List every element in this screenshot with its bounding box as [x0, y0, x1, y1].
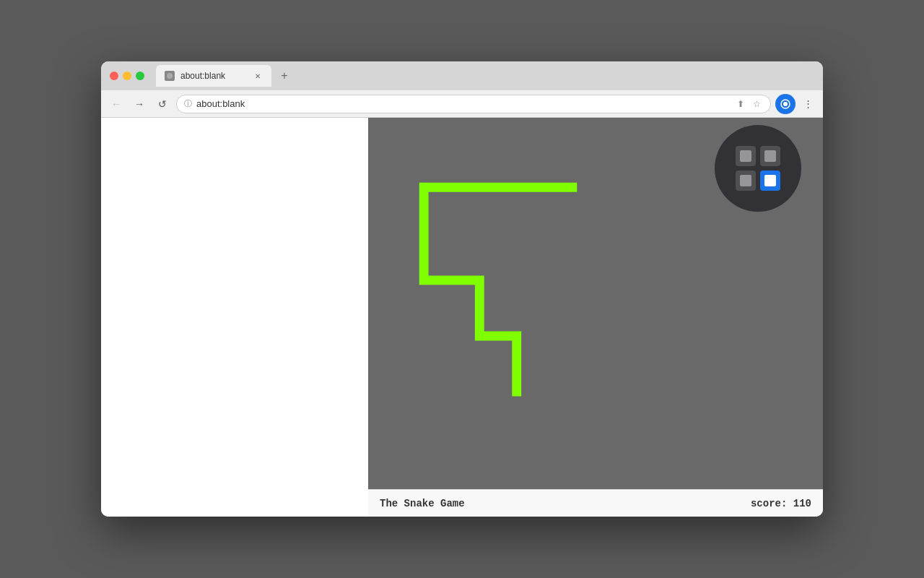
maximize-button[interactable] — [136, 72, 144, 80]
browser-window: about:blank ✕ + ← → ↺ ⓘ about:blank ⬆ ☆ — [101, 61, 823, 517]
close-button[interactable] — [110, 72, 118, 80]
title-bar: about:blank ✕ + — [101, 61, 823, 90]
svg-point-2 — [783, 102, 788, 106]
game-title: The Snake Game — [380, 498, 465, 509]
share-button[interactable]: ⬆ — [734, 98, 747, 111]
address-text: about:blank — [196, 98, 730, 109]
address-actions: ⬆ ☆ — [734, 98, 763, 111]
game-status-bar: The Snake Game score: 110 — [368, 489, 823, 517]
forward-button[interactable]: → — [130, 95, 149, 113]
sidebar — [101, 118, 368, 517]
ext-cell-inner-3 — [740, 175, 751, 186]
new-tab-button[interactable]: + — [274, 66, 295, 86]
ext-cell-inner-2 — [764, 150, 776, 162]
tab-bar: about:blank ✕ + — [156, 65, 814, 87]
minimize-button[interactable] — [123, 72, 131, 80]
nav-bar: ← → ↺ ⓘ about:blank ⬆ ☆ — [101, 90, 823, 118]
active-tab[interactable]: about:blank ✕ — [156, 65, 271, 87]
game-canvas — [368, 118, 823, 489]
extension-popup[interactable] — [715, 125, 801, 212]
tab-title: about:blank — [180, 71, 247, 81]
address-bar[interactable]: ⓘ about:blank ⬆ ☆ — [176, 95, 771, 113]
back-button[interactable]: ← — [107, 95, 126, 113]
reload-button[interactable]: ↺ — [153, 95, 172, 113]
menu-button[interactable]: ⋮ — [798, 95, 817, 113]
ext-cell-inner-1 — [740, 150, 751, 162]
ext-cell-1 — [736, 146, 756, 166]
ext-cell-inner-4 — [764, 175, 776, 186]
svg-point-0 — [167, 73, 173, 79]
tab-favicon — [165, 71, 175, 81]
browser-actions: ⋮ — [775, 94, 817, 114]
ext-cell-3 — [736, 171, 756, 191]
content-area: The Snake Game score: 110 — [101, 118, 823, 517]
game-score: score: 110 — [751, 498, 811, 509]
security-icon: ⓘ — [184, 98, 192, 109]
bookmark-button[interactable]: ☆ — [750, 98, 763, 111]
extension-icon-grid — [736, 146, 780, 191]
ext-cell-2 — [760, 146, 780, 166]
tab-close-button[interactable]: ✕ — [253, 71, 263, 81]
traffic-lights — [110, 72, 144, 80]
extension-button[interactable] — [775, 94, 796, 114]
game-area: The Snake Game score: 110 — [368, 118, 823, 517]
ext-cell-4 — [760, 171, 780, 191]
